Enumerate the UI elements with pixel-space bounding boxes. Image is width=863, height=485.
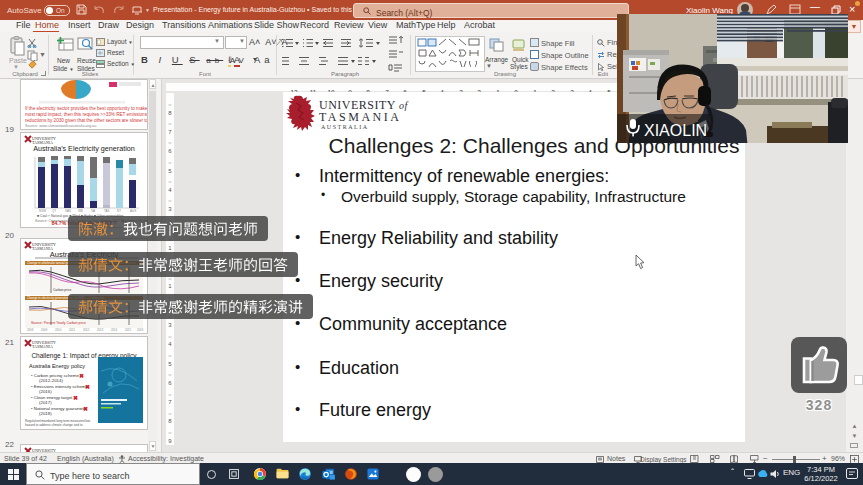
svg-text:hazard to address climate chan: hazard to address climate change and to bbox=[25, 423, 83, 427]
svg-text:AUS: AUS bbox=[130, 209, 136, 213]
svg-text:5: 5 bbox=[168, 168, 172, 174]
svg-text:Australia's Electricity genera: Australia's Electricity generation bbox=[33, 144, 135, 153]
svg-text:(2018): (2018) bbox=[39, 411, 52, 416]
svg-text:✖: ✖ bbox=[73, 395, 78, 401]
svg-text:7: 7 bbox=[168, 129, 172, 135]
svg-text:(2017): (2017) bbox=[39, 400, 52, 405]
svg-text:✖: ✖ bbox=[83, 406, 88, 412]
svg-text:7: 7 bbox=[168, 399, 172, 405]
svg-text:2015: 2015 bbox=[125, 328, 132, 332]
svg-text:8: 8 bbox=[168, 418, 172, 424]
svg-text:NT: NT bbox=[117, 209, 121, 213]
svg-text:2011: 2011 bbox=[69, 328, 75, 332]
svg-text:SA: SA bbox=[91, 209, 95, 213]
svg-text:If the electricity sector prov: If the electricity sector provides the b… bbox=[25, 106, 147, 111]
svg-text:most rapid impact, then this r: most rapid impact, then this requires >>… bbox=[25, 112, 147, 117]
svg-text:8: 8 bbox=[168, 110, 172, 116]
svg-text:2008: 2008 bbox=[27, 328, 34, 332]
svg-text:4: 4 bbox=[168, 187, 172, 193]
svg-text:• Clean energy target: • Clean energy target bbox=[31, 395, 73, 400]
svg-text:Australia Energy policy: Australia Energy policy bbox=[29, 363, 85, 369]
svg-text:(2016): (2016) bbox=[39, 389, 52, 394]
svg-text:6: 6 bbox=[168, 380, 172, 386]
svg-text:Source: www.climateworksaustra: Source: www.climateworksaustralia.org.au bbox=[25, 124, 96, 128]
svg-text:2014: 2014 bbox=[111, 328, 118, 332]
svg-text:XIAOLIN: XIAOLIN bbox=[644, 122, 707, 139]
svg-text:2012: 2012 bbox=[83, 328, 90, 332]
svg-text:3: 3 bbox=[168, 322, 172, 328]
svg-text:2016: 2016 bbox=[137, 328, 144, 332]
svg-text:✖: ✖ bbox=[85, 384, 90, 390]
svg-text:NSW: NSW bbox=[39, 209, 46, 213]
svg-text:QT: QT bbox=[52, 209, 56, 213]
svg-text:3: 3 bbox=[168, 206, 172, 212]
svg-text:9: 9 bbox=[168, 438, 172, 444]
svg-text:✖: ✖ bbox=[79, 373, 84, 379]
svg-text:TAS: TAS bbox=[104, 209, 110, 213]
svg-text:SAS: SAS bbox=[65, 209, 71, 213]
svg-text:4: 4 bbox=[168, 341, 172, 347]
svg-text:(2012-2014): (2012-2014) bbox=[39, 378, 63, 383]
svg-text:Carbon price: Carbon price bbox=[53, 288, 71, 292]
svg-text:2010: 2010 bbox=[55, 328, 62, 332]
svg-text:2009: 2009 bbox=[41, 328, 48, 332]
svg-text:reductions by 2030 given that: reductions by 2030 given that the other … bbox=[25, 118, 147, 123]
svg-text:1: 1 bbox=[168, 283, 172, 289]
svg-text:2013: 2013 bbox=[97, 328, 104, 332]
svg-text:6: 6 bbox=[168, 148, 172, 154]
svg-text:1: 1 bbox=[168, 245, 172, 251]
svg-text:5: 5 bbox=[168, 361, 172, 367]
svg-text:Source: Present Yearly Carbon: Source: Present Yearly Carbon price bbox=[31, 321, 86, 325]
svg-text:TASMANIA: TASMANIA bbox=[32, 344, 53, 349]
svg-text:WB: WB bbox=[78, 209, 83, 213]
